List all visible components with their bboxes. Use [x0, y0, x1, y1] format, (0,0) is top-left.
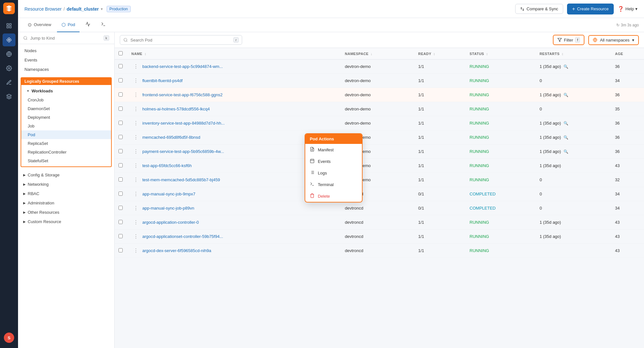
magnify-icon[interactable]: 🔍	[564, 64, 568, 69]
nav-icon-network[interactable]	[3, 48, 15, 61]
nav-networking[interactable]: ▶ Networking	[18, 180, 114, 189]
nav-workloads-header[interactable]: ▼ Workloads	[21, 86, 111, 96]
tab-chart[interactable]	[81, 18, 95, 32]
nav-icon-resource[interactable]	[3, 33, 15, 46]
row-menu-dots[interactable]: ⋮	[131, 233, 140, 240]
pod-name-link[interactable]: test-app-65fdc5cc66-ksf6h	[142, 163, 192, 168]
pod-name-link[interactable]: backend-service-test-app-5c99d4874-wm...	[142, 64, 223, 69]
help-button[interactable]: ❓ Help ▾	[618, 6, 638, 12]
pod-name-link[interactable]: argocd-application-controller-0	[142, 220, 199, 225]
pod-name-link[interactable]: test-mem-memcached-5d5dc885b7-bj459	[142, 177, 220, 182]
magnify-icon[interactable]: 🔍	[564, 135, 568, 140]
pod-name-link[interactable]: holmes-ai-holmes-578dcdf556-lkcq4	[142, 107, 210, 111]
row-menu-dots[interactable]: ⋮	[131, 204, 140, 212]
compare-sync-button[interactable]: Compare & Sync	[515, 4, 563, 14]
pod-action-terminal[interactable]: Terminal	[305, 179, 362, 190]
nav-icon-gear2[interactable]	[3, 76, 15, 89]
nav-other-resources[interactable]: ▶ Other Resources	[18, 208, 114, 217]
tab-terminal[interactable]	[96, 18, 110, 32]
row-menu-dots[interactable]: ⋮	[131, 91, 140, 99]
row-menu-dots[interactable]: ⋮	[131, 176, 140, 183]
row-menu-dots[interactable]: ⋮	[131, 190, 140, 198]
nav-item-job[interactable]: Job	[21, 122, 111, 130]
magnify-icon[interactable]: 🔍	[564, 121, 568, 126]
pod-name-link[interactable]: argocd-dex-server-6f596585cd-nih9a	[142, 248, 211, 253]
row-checkbox[interactable]	[118, 92, 123, 97]
pod-name-link[interactable]: fluentbit-fluentd-ps4df	[142, 78, 183, 83]
row-checkbox[interactable]	[118, 107, 123, 111]
row-menu-dots[interactable]: ⋮	[131, 105, 140, 113]
nav-item-replicaset[interactable]: ReplicaSet	[21, 139, 111, 148]
row-checkbox[interactable]	[118, 234, 123, 238]
row-checkbox[interactable]	[118, 121, 123, 125]
row-checkbox[interactable]	[118, 220, 123, 224]
row-checkbox[interactable]	[118, 78, 123, 82]
cluster-name[interactable]: default_cluster	[67, 6, 99, 12]
nav-config-storage[interactable]: ▶ Config & Storage	[18, 170, 114, 180]
nav-item-nodes[interactable]: Nodes	[18, 46, 114, 55]
pod-action-logs[interactable]: Logs	[305, 167, 362, 179]
th-name[interactable]: NAME ↕	[128, 48, 341, 60]
row-menu-dots[interactable]: ⋮	[131, 162, 140, 169]
app-title[interactable]: Resource Browser	[24, 6, 62, 12]
row-checkbox[interactable]	[118, 135, 123, 139]
tab-pod[interactable]: ⬡ Pod	[57, 18, 80, 32]
row-menu-dots[interactable]: ⋮	[131, 63, 140, 70]
nav-item-namespaces[interactable]: Namespaces	[18, 65, 114, 74]
row-checkbox[interactable]	[118, 149, 123, 153]
row-checkbox[interactable]	[118, 206, 123, 210]
nav-rbac[interactable]: ▶ RBAC	[18, 189, 114, 198]
nav-administration[interactable]: ▶ Administration	[18, 198, 114, 208]
pod-name-link[interactable]: argocd-applicationset-controller-59b75f9…	[142, 234, 223, 239]
nav-item-events[interactable]: Events	[18, 55, 114, 65]
th-namespace[interactable]: NAMESPACE ↓	[341, 48, 414, 60]
magnify-icon[interactable]: 🔍	[564, 93, 568, 97]
pod-name-link[interactable]: app-manual-sync-job-p89vn	[142, 206, 194, 211]
row-menu-dots[interactable]: ⋮	[131, 134, 140, 141]
pod-name-link[interactable]: payment-service-test-app-5b95c6859b-4w..…	[142, 149, 224, 154]
search-pod-input[interactable]	[130, 38, 231, 42]
nav-item-statefulset[interactable]: StatefulSet	[21, 156, 111, 165]
nav-item-cronjob[interactable]: CronJob	[21, 96, 111, 104]
nav-icon-gear[interactable]	[3, 62, 15, 75]
row-checkbox[interactable]	[118, 248, 123, 252]
namespace-dropdown[interactable]: All namespaces ▾	[588, 35, 639, 45]
row-checkbox[interactable]	[118, 192, 123, 196]
pod-status: RUNNING	[466, 159, 535, 173]
nav-icon-grid[interactable]	[3, 19, 15, 32]
pod-name-link[interactable]: memcached-695d8f6d5f-8bnsd	[142, 135, 200, 140]
app-logo[interactable]	[3, 3, 15, 14]
select-all-checkbox[interactable]	[118, 51, 123, 55]
nav-custom-resource[interactable]: ▶ Custom Resource	[18, 217, 114, 226]
pod-action-events[interactable]: Events	[305, 155, 362, 167]
nav-item-deployment[interactable]: Deployment	[21, 113, 111, 122]
nav-item-replicationcontroller[interactable]: ReplicationController	[21, 148, 111, 156]
row-menu-dots[interactable]: ⋮	[131, 119, 140, 127]
th-status[interactable]: STATUS ↕	[466, 48, 535, 60]
row-menu-dots[interactable]: ⋮	[131, 247, 140, 254]
tab-overview[interactable]: ⊙ Overview	[23, 18, 56, 32]
refresh-icon[interactable]: ↻	[616, 23, 620, 27]
th-ready[interactable]: READY ↕	[414, 48, 466, 60]
magnify-icon[interactable]: 🔍	[564, 149, 568, 154]
filter-button[interactable]: Filter f	[553, 35, 584, 45]
user-avatar[interactable]: S	[4, 333, 14, 343]
pod-name-link[interactable]: frontend-service-test-app-f6756c588-ggns…	[142, 92, 223, 97]
pod-name-link[interactable]: inventory-service-test-app-84988d7d7d-hh…	[142, 121, 225, 126]
row-menu-dots[interactable]: ⋮	[131, 148, 140, 155]
chevron-down-icon[interactable]: ▾	[101, 7, 103, 11]
search-kind-input[interactable]	[30, 36, 101, 41]
row-checkbox[interactable]	[118, 177, 123, 182]
th-restarts[interactable]: RESTARTS ↕	[536, 48, 611, 60]
create-resource-button[interactable]: + Create Resource	[567, 4, 614, 14]
row-checkbox[interactable]	[118, 163, 123, 167]
row-menu-dots[interactable]: ⋮	[131, 77, 140, 84]
nav-icon-layers[interactable]	[3, 90, 15, 103]
row-menu-dots[interactable]: ⋮	[131, 219, 140, 226]
row-checkbox[interactable]	[118, 64, 123, 68]
nav-item-pod[interactable]: Pod	[21, 130, 111, 139]
nav-item-daemonset[interactable]: DaemonSet	[21, 104, 111, 113]
pod-name-link[interactable]: app-manual-sync-job-9mpx7	[142, 192, 195, 196]
pod-action-manifest[interactable]: Manifest	[305, 144, 362, 155]
pod-action-delete[interactable]: Delete	[305, 190, 362, 202]
